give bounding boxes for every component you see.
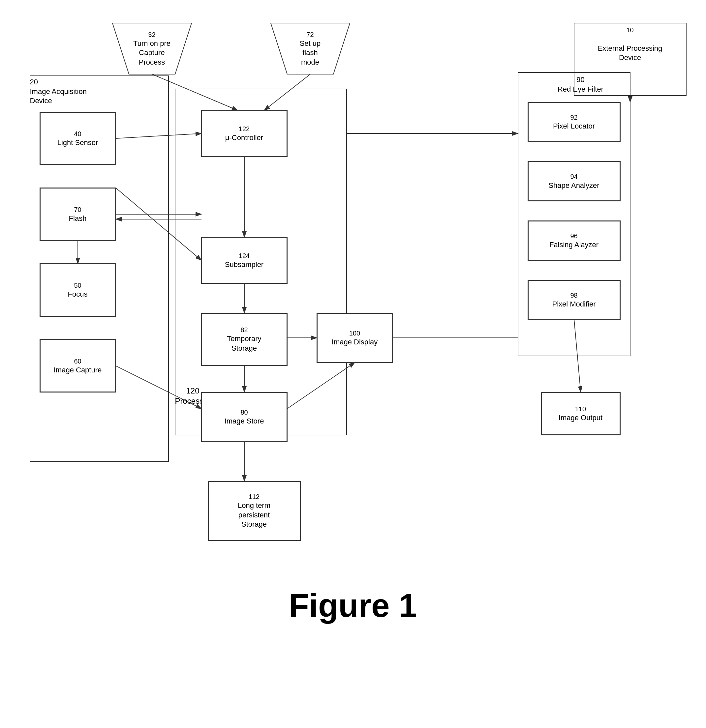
node-92: 92 Pixel Locator [528, 102, 620, 142]
node-94: 94 Shape Analyzer [528, 162, 620, 201]
node-60: 60 Image Capture [40, 339, 116, 392]
node-20-label: 20 Image Acquisition Device [30, 78, 96, 106]
node-10-label: 10 External ProcessingDevice [574, 26, 686, 63]
svg-line-41 [116, 188, 201, 260]
node-124: 124 Subsampler [201, 237, 287, 283]
svg-line-25 [116, 133, 201, 139]
svg-line-8 [152, 74, 238, 110]
node-72: 72 Set upflashmode [271, 23, 350, 74]
node-98: 98 Pixel Modifier [528, 280, 620, 320]
svg-line-9 [264, 74, 310, 110]
node-70: 70 Flash [40, 188, 116, 241]
svg-line-39 [574, 320, 581, 392]
node-72-label: 72 Set upflashmode [297, 27, 324, 71]
node-110: 110 Image Output [541, 392, 620, 435]
node-32-label: 32 Turn on preCaptureProcess [130, 27, 174, 71]
node-40: 40 Light Sensor [40, 112, 116, 165]
node-82: 82 TemporaryStorage [201, 313, 287, 366]
node-50: 50 Focus [40, 264, 116, 316]
node-112: 112 Long termpersistentStorage [208, 481, 300, 540]
node-90-label: 90 Red Eye Filter [535, 75, 627, 94]
page-container: 32 Turn on preCaptureProcess 72 Set upfl… [0, 0, 706, 728]
node-80: 80 Image Store [201, 392, 287, 442]
svg-line-35 [287, 363, 355, 409]
figure-caption: Figure 1 [13, 586, 693, 624]
node-100: 100 Image Display [317, 313, 393, 363]
node-122: 122 μ-Controller [201, 110, 287, 156]
diagram-area: 32 Turn on preCaptureProcess 72 Set upfl… [13, 13, 693, 573]
node-32: 32 Turn on preCaptureProcess [113, 23, 192, 74]
node-96: 96 Falsing Alayzer [528, 221, 620, 260]
